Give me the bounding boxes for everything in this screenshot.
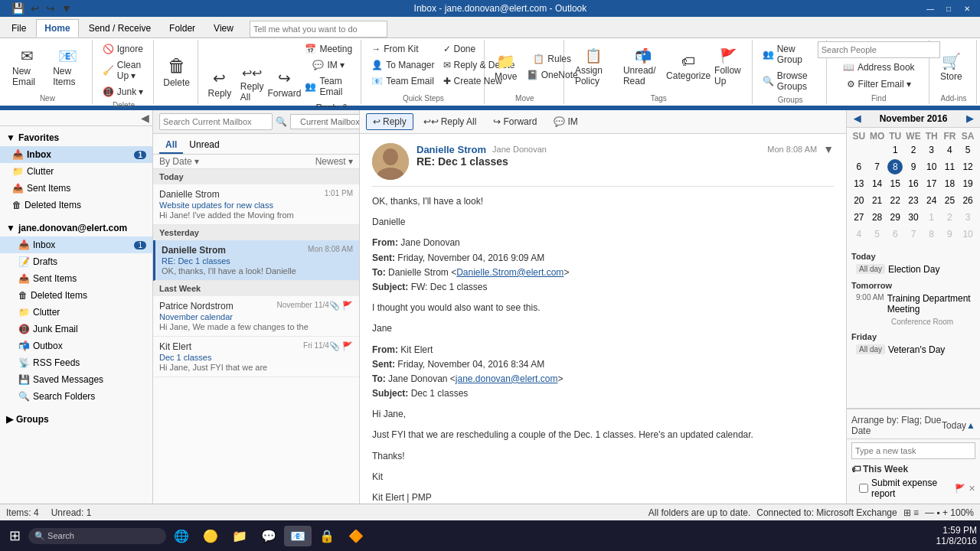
sidebar-item-clutter[interactable]: 📁 Clutter — [0, 304, 152, 321]
cal-day-16[interactable]: 16 — [906, 176, 921, 191]
cal-day-dec3[interactable]: 3 — [960, 210, 975, 225]
tasks-minimize-btn[interactable]: ▲ — [966, 420, 975, 431]
task-checkbox-expense[interactable] — [859, 484, 868, 493]
sidebar-item-deleted-fav[interactable]: 🗑 Deleted Items — [0, 197, 152, 214]
cal-day-23[interactable]: 23 — [906, 193, 921, 208]
junk-btn[interactable]: 📵 Junk ▾ — [99, 84, 148, 99]
tab-all[interactable]: All — [159, 137, 183, 154]
tab-unread[interactable]: Unread — [183, 137, 225, 154]
sidebar-item-rss[interactable]: 📡 RSS Feeds — [0, 354, 152, 371]
sidebar-collapse-btn[interactable]: ◀ — [141, 112, 149, 124]
cal-day-13[interactable]: 13 — [851, 176, 867, 191]
taskbar-app2[interactable]: 🔶 — [342, 526, 370, 546]
cal-day-21[interactable]: 21 — [870, 193, 885, 208]
forward-ribbon-btn[interactable]: ↪ Forward — [269, 66, 299, 102]
close-btn[interactable]: ✕ — [960, 3, 974, 14]
cal-next-btn[interactable]: ▶ — [964, 113, 975, 124]
cal-day-30[interactable]: 30 — [906, 210, 921, 225]
cal-day-12[interactable]: 12 — [960, 159, 975, 174]
unread-read-btn[interactable]: 📬 Unread/ Read — [619, 44, 667, 90]
reply-all-reading-btn[interactable]: ↩↩ Reply All — [416, 113, 484, 130]
expand-email-btn[interactable]: ▼ — [823, 143, 834, 155]
taskbar-skype[interactable]: 💬 — [255, 526, 283, 546]
sidebar-item-sent[interactable]: 📤 Sent Items — [0, 270, 152, 287]
email-link-danielle[interactable]: Danielle.Strom@elert.com — [456, 267, 564, 278]
sidebar-item-outbox[interactable]: 📬 Outbox — [0, 337, 152, 354]
cal-day-dec7[interactable]: 7 — [906, 227, 921, 242]
taskbar-search[interactable]: 🔍 Search — [28, 528, 166, 544]
cal-event-veterans[interactable]: All day Veteran's Day — [851, 343, 975, 357]
cal-day-2[interactable]: 2 — [906, 142, 921, 158]
cal-day-19[interactable]: 19 — [960, 176, 975, 191]
reply-btn[interactable]: ↩ Reply — [204, 66, 235, 102]
ignore-btn[interactable]: 🚫 Ignore — [99, 41, 147, 57]
reply-all-btn[interactable]: ↩↩ Reply All — [237, 63, 267, 106]
taskbar-chrome[interactable]: 🟡 — [197, 526, 224, 546]
maximize-btn[interactable]: □ — [942, 3, 956, 14]
taskbar-app1[interactable]: 🔒 — [313, 526, 341, 546]
undo-qab-btn[interactable]: ↩ — [28, 1, 42, 16]
sidebar-groups-header[interactable]: ▶ Groups — [0, 411, 152, 428]
sidebar-favorites-header[interactable]: ▼ Favorites — [0, 129, 152, 146]
sidebar-item-inbox[interactable]: 📥 Inbox 1 — [0, 236, 152, 253]
browse-groups-btn[interactable]: 🔍 Browse Groups — [759, 68, 822, 94]
search-people-input[interactable] — [818, 41, 940, 58]
cal-day-11[interactable]: 11 — [942, 159, 957, 174]
cal-day-15[interactable]: 15 — [887, 176, 903, 191]
cal-day-10[interactable]: 10 — [924, 159, 939, 174]
cal-day-dec8[interactable]: 8 — [924, 227, 939, 242]
sidebar-item-drafts[interactable]: 📝 Drafts — [0, 253, 152, 270]
sidebar-item-junk[interactable]: 📵 Junk Email — [0, 321, 152, 337]
cal-day-6[interactable]: 6 — [851, 159, 867, 174]
sidebar-account-header[interactable]: ▼ jane.donovan@elert.com — [0, 220, 152, 236]
cal-day-dec1[interactable]: 1 — [924, 210, 939, 225]
window-controls[interactable]: — □ ✕ — [923, 3, 974, 14]
team-email-qs-btn[interactable]: 📧 Team Email — [368, 73, 438, 89]
tab-folder[interactable]: Folder — [161, 19, 204, 37]
new-email-btn[interactable]: ✉ New Email — [8, 44, 47, 90]
message-item-website-updates[interactable]: 1:01 PM Danielle Strom Website updates f… — [153, 184, 359, 225]
cal-day-3[interactable]: 3 — [924, 142, 939, 158]
sidebar-item-saved[interactable]: 💾 Saved Messages — [0, 371, 152, 388]
store-btn[interactable]: 🛒 Store — [936, 49, 967, 85]
delete-btn[interactable]: 🗑 Delete — [158, 41, 194, 101]
tab-send-receive[interactable]: Send / Receive — [80, 19, 159, 37]
sort-by-date-btn[interactable]: By Date ▾ — [159, 156, 199, 167]
cal-day-dec4[interactable]: 4 — [851, 227, 867, 242]
to-manager-btn[interactable]: 👤 To Manager — [368, 57, 438, 73]
cal-day-29[interactable]: 29 — [887, 210, 903, 225]
done-btn[interactable]: ✓ Done — [439, 41, 480, 57]
cal-day-dec10[interactable]: 10 — [960, 227, 975, 242]
filter-email-btn[interactable]: ⚙ Filter Email ▾ — [843, 77, 915, 92]
cal-day-dec5[interactable]: 5 — [870, 227, 885, 242]
task-item-expense-report[interactable]: Submit expense report 🚩 ✕ — [847, 476, 980, 500]
cal-day-1[interactable]: 1 — [887, 142, 903, 158]
start-btn[interactable]: ⊞ — [3, 524, 27, 547]
tab-view[interactable]: View — [205, 19, 242, 37]
cal-prev-btn[interactable]: ◀ — [851, 113, 863, 124]
im-reading-btn[interactable]: 💬 IM — [547, 113, 584, 130]
im-ribbon-btn[interactable]: 💬 IM ▾ — [301, 57, 356, 73]
task-delete-icon[interactable]: ✕ — [969, 484, 975, 494]
cleanup-btn[interactable]: 🧹 Clean Up ▾ — [99, 57, 149, 83]
sidebar-item-clutter-fav[interactable]: 📁 Clutter — [0, 163, 152, 180]
sidebar-item-search-folders[interactable]: 🔍 Search Folders — [0, 388, 152, 405]
cal-day-dec6[interactable]: 6 — [887, 227, 903, 242]
cal-event-training[interactable]: 9:00 AM Training Department Meeting Conf… — [851, 292, 975, 328]
qab-dropdown-btn[interactable]: ▼ — [59, 1, 74, 16]
cal-day-24[interactable]: 24 — [924, 193, 939, 208]
sidebar-item-inbox-fav[interactable]: 📥 Inbox 1 — [0, 146, 152, 163]
cal-day-28[interactable]: 28 — [870, 210, 885, 225]
save-qab-btn[interactable]: 💾 — [9, 1, 27, 16]
tab-file[interactable]: File — [3, 19, 34, 37]
cal-day-8-today[interactable]: 8 — [887, 159, 903, 174]
cal-day-5[interactable]: 5 — [960, 142, 975, 158]
cal-day-14[interactable]: 14 — [870, 176, 885, 191]
cal-day-20[interactable]: 20 — [851, 193, 867, 208]
message-item-november-calendar[interactable]: 📎 🚩 November 11/4 Patrice Nordstrom Nove… — [153, 296, 359, 337]
reply-reading-btn[interactable]: ↩ Reply — [366, 113, 413, 130]
follow-up-btn[interactable]: 🚩 Follow Up — [710, 44, 747, 90]
address-book-btn[interactable]: 📖 Address Book — [839, 60, 919, 75]
cal-day-7[interactable]: 7 — [870, 159, 885, 174]
sort-newest-btn[interactable]: Newest ▾ — [315, 156, 353, 167]
